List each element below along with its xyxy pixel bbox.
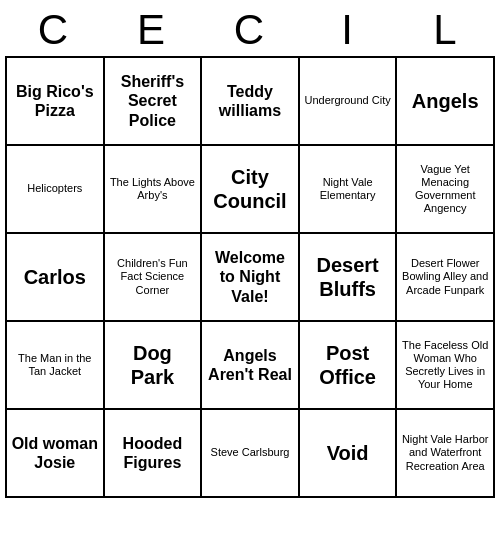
bingo-cell: Desert Bluffs xyxy=(300,234,398,322)
cell-text: City Council xyxy=(206,165,294,213)
bingo-cell: Post Office xyxy=(300,322,398,410)
bingo-grid: Big Rico's PizzaSheriff's Secret PoliceT… xyxy=(5,56,495,498)
cell-text: Sheriff's Secret Police xyxy=(109,72,197,130)
cell-text: Helicopters xyxy=(27,182,82,195)
bingo-cell: Carlos xyxy=(7,234,105,322)
cell-text: Welcome to Night Vale! xyxy=(206,248,294,306)
bingo-cell: Big Rico's Pizza xyxy=(7,58,105,146)
header-letter: E xyxy=(103,4,201,56)
cell-text: Angels Aren't Real xyxy=(206,346,294,384)
bingo-cell: Void xyxy=(300,410,398,498)
cell-text: Void xyxy=(327,441,369,465)
bingo-cell: The Man in the Tan Jacket xyxy=(7,322,105,410)
header-letter: C xyxy=(201,4,299,56)
header-letter: C xyxy=(5,4,103,56)
cell-text: Teddy williams xyxy=(206,82,294,120)
bingo-cell: Desert Flower Bowling Alley and Arcade F… xyxy=(397,234,495,322)
header-letter: L xyxy=(397,4,495,56)
cell-text: Underground City xyxy=(304,94,390,107)
bingo-cell: Dog Park xyxy=(105,322,203,410)
cell-text: Hooded Figures xyxy=(109,434,197,472)
bingo-cell: Welcome to Night Vale! xyxy=(202,234,300,322)
cell-text: Big Rico's Pizza xyxy=(11,82,99,120)
bingo-cell: Sheriff's Secret Police xyxy=(105,58,203,146)
cell-text: Post Office xyxy=(304,341,392,389)
cell-text: Dog Park xyxy=(109,341,197,389)
bingo-cell: Angels xyxy=(397,58,495,146)
bingo-cell: The Lights Above Arby's xyxy=(105,146,203,234)
bingo-card: CECIL Big Rico's PizzaSheriff's Secret P… xyxy=(5,4,495,498)
bingo-cell: City Council xyxy=(202,146,300,234)
cell-text: Night Vale Harbor and Waterfront Recreat… xyxy=(401,433,489,473)
bingo-cell: Old woman Josie xyxy=(7,410,105,498)
header-letter: I xyxy=(299,4,397,56)
bingo-cell: Children's Fun Fact Science Corner xyxy=(105,234,203,322)
cell-text: Children's Fun Fact Science Corner xyxy=(109,257,197,297)
cell-text: Desert Flower Bowling Alley and Arcade F… xyxy=(401,257,489,297)
cell-text: Vague Yet Menacing Government Angency xyxy=(401,163,489,216)
bingo-cell: Night Vale Harbor and Waterfront Recreat… xyxy=(397,410,495,498)
bingo-cell: The Faceless Old Woman Who Secretly Live… xyxy=(397,322,495,410)
cell-text: Carlos xyxy=(24,265,86,289)
bingo-header: CECIL xyxy=(5,4,495,56)
bingo-cell: Teddy williams xyxy=(202,58,300,146)
bingo-cell: Underground City xyxy=(300,58,398,146)
bingo-cell: Night Vale Elementary xyxy=(300,146,398,234)
cell-text: Night Vale Elementary xyxy=(304,176,392,202)
cell-text: The Man in the Tan Jacket xyxy=(11,352,99,378)
cell-text: Steve Carlsburg xyxy=(211,446,290,459)
cell-text: Old woman Josie xyxy=(11,434,99,472)
cell-text: Angels xyxy=(412,89,479,113)
bingo-cell: Steve Carlsburg xyxy=(202,410,300,498)
bingo-cell: Helicopters xyxy=(7,146,105,234)
bingo-cell: Angels Aren't Real xyxy=(202,322,300,410)
bingo-cell: Vague Yet Menacing Government Angency xyxy=(397,146,495,234)
cell-text: The Lights Above Arby's xyxy=(109,176,197,202)
bingo-cell: Hooded Figures xyxy=(105,410,203,498)
cell-text: Desert Bluffs xyxy=(304,253,392,301)
cell-text: The Faceless Old Woman Who Secretly Live… xyxy=(401,339,489,392)
